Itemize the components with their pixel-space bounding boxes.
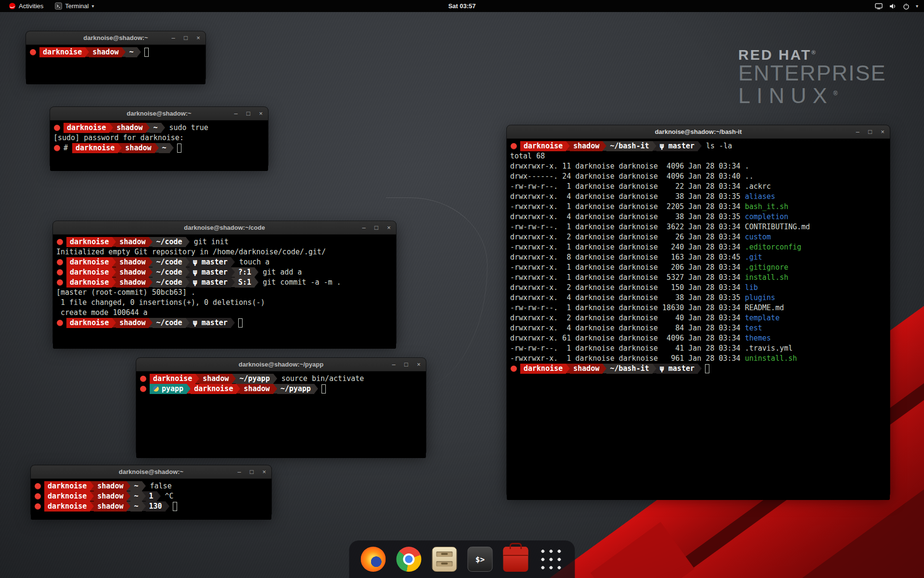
terminal-content[interactable]: darknoiseshadow~ sudo true[sudo] passwor… <box>50 120 268 171</box>
minimize-button[interactable]: – <box>360 224 367 231</box>
firefox-icon[interactable] <box>361 547 386 572</box>
terminal-text: source bin/activate <box>277 374 364 383</box>
maximize-button[interactable]: □ <box>373 224 380 231</box>
app-menu-terminal[interactable]: Terminal ▾ <box>51 0 98 12</box>
terminal-cursor <box>238 318 243 328</box>
close-button[interactable]: × <box>195 35 202 41</box>
maximize-button[interactable]: □ <box>182 35 189 41</box>
maximize-button[interactable]: □ <box>403 361 410 368</box>
system-status-area[interactable]: ▾ <box>875 3 918 10</box>
prompt-segment: ~/code <box>153 318 185 328</box>
terminal-line: total 68 <box>510 151 886 161</box>
activities-label: Activities <box>19 2 43 10</box>
prompt-segment: darknoise <box>66 237 112 247</box>
terminal-text: -rw-rw-r--. 1 darknoise darknoise 22 Jan… <box>510 182 745 191</box>
powerline-arrow-icon <box>166 501 169 511</box>
prompt-segment: shadow <box>89 47 122 57</box>
prompt-segment: ~ <box>130 501 141 512</box>
terminal-line: -rw-rw-r--. 1 darknoise darknoise 22 Jan… <box>510 182 886 192</box>
redhat-prompt-icon <box>57 279 63 286</box>
terminal-text: completion <box>745 212 788 221</box>
maximize-button[interactable]: □ <box>245 110 252 117</box>
terminal-line: -rwxrwxr-x. 1 darknoise darknoise 240 Ja… <box>510 242 886 252</box>
prompt-segment: darknoise <box>44 491 90 501</box>
powerline-arrow-icon <box>127 501 130 511</box>
terminal-text: -rw-rw-r--. 1 darknoise darknoise 18630 … <box>510 303 745 312</box>
window-titlebar[interactable]: darknoise@shadow:~/bash-it – □ × <box>507 125 890 139</box>
maximize-button[interactable]: □ <box>867 129 873 135</box>
close-button[interactable]: × <box>879 129 886 135</box>
close-button[interactable]: × <box>385 224 392 231</box>
terminal-text: custom <box>745 233 771 241</box>
powerline-arrow-icon <box>186 237 190 247</box>
window-titlebar[interactable]: darknoise@shadow:~ – □ × <box>50 107 268 120</box>
terminal-content[interactable]: darknoiseshadow~/code git initInitialize… <box>53 235 396 349</box>
window-controls: – □ × <box>854 125 886 138</box>
terminal-line: [sudo] password for darknoise: <box>53 133 265 143</box>
terminal-text: sudo true <box>165 123 208 132</box>
app-menu-label: Terminal <box>65 2 89 10</box>
powerline-arrow-icon <box>90 481 94 491</box>
terminal-content[interactable]: darknoiseshadow~/pyapp source bin/activa… <box>136 371 426 458</box>
powerline-arrow-icon <box>137 47 141 57</box>
terminal-content[interactable]: darknoiseshadow~ falsedarknoiseshadow~1 … <box>31 479 271 520</box>
terminal-line: darknoiseshadow~/code git init <box>56 237 393 247</box>
terminal-text: -rw-rw-r--. 1 darknoise darknoise 41 Jan… <box>510 344 745 353</box>
terminal-launcher-icon[interactable]: $> <box>468 547 493 572</box>
terminal-line: darknoiseshadow~130 <box>34 501 268 512</box>
terminal-content[interactable]: darknoiseshadow~ <box>26 45 205 84</box>
prompt-segment: shadow <box>116 277 149 288</box>
toolbox-icon[interactable] <box>503 547 528 572</box>
powerline-arrow-icon <box>231 318 235 328</box>
powerline-arrow-icon <box>255 277 258 287</box>
file-manager-icon[interactable] <box>432 547 457 572</box>
close-button[interactable]: × <box>261 469 268 475</box>
chrome-icon[interactable] <box>397 547 422 572</box>
minimize-button[interactable]: – <box>170 35 177 41</box>
prompt-segment: ?:1 <box>235 267 255 277</box>
maximize-button[interactable]: □ <box>248 469 255 475</box>
window-titlebar[interactable]: darknoise@shadow:~ – □ × <box>31 465 271 479</box>
terminal-line: -rwxrwxr-x. 1 darknoise darknoise 206 Ja… <box>510 263 886 273</box>
terminal-line: darknoiseshadow~/codeψ masterS:1 git com… <box>56 277 393 288</box>
window-title: darknoise@shadow:~/code <box>184 224 265 231</box>
terminal-text: -rwxrwxr-x. 1 darknoise darknoise 206 Ja… <box>510 263 745 272</box>
terminal-text: 1 file changed, 0 insertions(+), 0 delet… <box>56 298 265 307</box>
minimize-button[interactable]: – <box>232 110 239 117</box>
app-grid-icon[interactable] <box>539 547 564 572</box>
terminal-text: .editorconfig <box>745 243 801 251</box>
prompt-segment: 130 <box>146 501 166 512</box>
powerline-arrow-icon <box>149 277 153 287</box>
terminal-content[interactable]: darknoiseshadow~/bash-itψ master ls -lat… <box>507 139 890 500</box>
activities-button[interactable]: Activities <box>5 0 47 12</box>
terminal-text: CONTRIBUTING.md <box>745 223 810 231</box>
minimize-button[interactable]: – <box>236 469 243 475</box>
terminal-text: git init <box>190 237 229 246</box>
prompt-segment: ~/code <box>153 237 185 247</box>
terminal-line: [master (root-commit) 50bcb63] . <box>56 288 393 298</box>
window-titlebar[interactable]: darknoise@shadow:~/pyapp – □ × <box>136 358 426 371</box>
redhat-prompt-icon <box>30 49 36 55</box>
minimize-button[interactable]: – <box>390 361 397 368</box>
clock[interactable]: Sat 03:57 <box>448 2 475 10</box>
window-titlebar[interactable]: darknoise@shadow:~ – □ × <box>26 31 205 45</box>
power-icon <box>903 3 910 10</box>
minimize-button[interactable]: – <box>854 129 861 135</box>
close-button[interactable]: × <box>257 110 264 117</box>
prompt-segment: shadow <box>116 257 149 267</box>
redhat-prompt-icon <box>54 145 60 151</box>
powerline-arrow-icon <box>273 384 277 394</box>
prompt-segment: pyapp <box>150 384 187 394</box>
close-button[interactable]: × <box>415 361 422 368</box>
terminal-text: . <box>745 162 749 171</box>
terminal-text: template <box>745 314 780 322</box>
terminal-text: plugins <box>745 293 775 302</box>
terminal-text: install.sh <box>745 273 788 282</box>
powerline-arrow-icon <box>149 237 153 247</box>
terminal-line: -rw-rw-r--. 1 darknoise darknoise 41 Jan… <box>510 343 886 354</box>
powerline-arrow-icon <box>186 277 190 287</box>
prompt-segment: shadow <box>240 384 273 394</box>
registered-mark: ® <box>834 90 844 97</box>
window-titlebar[interactable]: darknoise@shadow:~/code – □ × <box>53 221 396 235</box>
redhat-prompt-icon <box>511 143 517 149</box>
